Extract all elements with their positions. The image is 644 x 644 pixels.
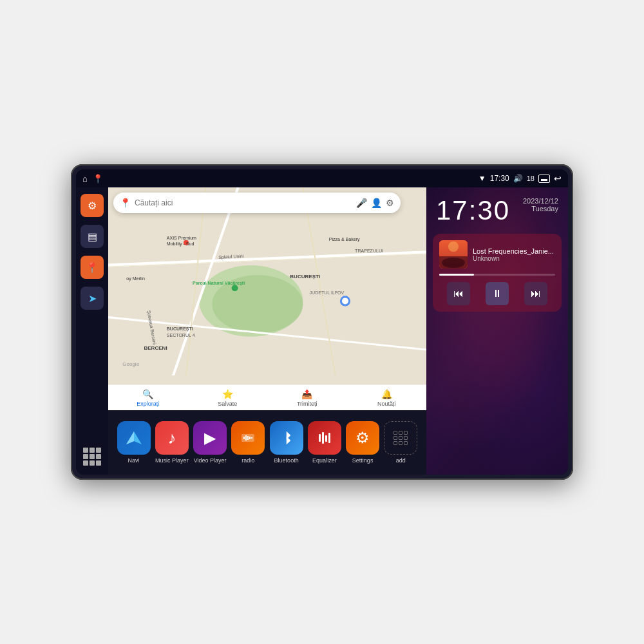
clock-section: 17:30 2023/12/12 Tuesday — [426, 187, 568, 231]
app-bluetooth[interactable]: Bluetooth — [270, 421, 303, 464]
map-news-btn[interactable]: 🔔 Noutăți — [347, 389, 427, 407]
device-outer: ⌂ 📍 ▼ 17:30 🔊 18 ▬ ↩ ⚙ ▤ — [71, 164, 573, 480]
apps-row: Navi ♪ Music Player ▶ Video Pl — [108, 410, 426, 475]
status-left: ⌂ 📍 — [82, 174, 103, 184]
map-search-input[interactable] — [135, 198, 352, 207]
music-progress-bar[interactable] — [439, 274, 555, 276]
right-panel: 17:30 2023/12/12 Tuesday — [426, 187, 568, 475]
clock-status: 17:30 — [490, 174, 509, 183]
next-btn[interactable]: ⏭ — [524, 282, 547, 305]
sidebar-nav-btn[interactable]: ➤ — [80, 287, 104, 310]
files-icon: ▤ — [88, 231, 97, 243]
clock-time: 17:30 — [436, 197, 510, 224]
battery-level: 18 — [527, 175, 535, 182]
app-video-player[interactable]: ▶ Video Player — [193, 421, 227, 464]
maps-status-icon[interactable]: 📍 — [93, 174, 103, 184]
svg-text:AXIS Premium: AXIS Premium — [167, 236, 196, 240]
app-navi[interactable]: Navi — [117, 421, 151, 464]
app-radio[interactable]: radio — [231, 421, 265, 464]
track-info: Lost Frequencies_Janie... Unknown — [473, 247, 555, 262]
map-saved-btn[interactable]: ⭐ Salvate — [188, 389, 268, 407]
next-icon: ⏭ — [531, 288, 541, 299]
app-equalizer[interactable]: Equalizer — [308, 421, 341, 464]
svg-rect-45 — [439, 256, 468, 269]
svg-point-25 — [342, 298, 348, 304]
news-label: Noutăți — [377, 401, 396, 407]
back-icon[interactable]: ↩ — [554, 173, 562, 184]
navi-icon — [117, 421, 151, 455]
settings-label: Settings — [352, 457, 374, 464]
map-container[interactable]: Splaiul Unirii Șoseaua Berceni BUCUREȘTI… — [108, 187, 426, 410]
add-app-icon — [384, 421, 417, 455]
sidebar-maps-btn[interactable]: 📍 — [80, 256, 104, 279]
volume-icon[interactable]: 🔊 — [513, 174, 523, 183]
radio-label: radio — [242, 457, 254, 464]
music-player-widget: Lost Frequencies_Janie... Unknown ⏮ ⏸ — [433, 234, 562, 312]
sidebar-apps-btn[interactable] — [80, 445, 104, 468]
settings-app-icon: ⚙ — [346, 421, 379, 455]
map-pin-icon: 📍 — [86, 261, 99, 274]
more-icon[interactable]: ⚙ — [386, 198, 394, 208]
svg-rect-39 — [325, 435, 327, 442]
device-screen: ⌂ 📍 ▼ 17:30 🔊 18 ▬ ↩ ⚙ ▤ — [76, 169, 568, 475]
send-icon: 📤 — [301, 389, 312, 399]
explore-label: Explorați — [137, 401, 159, 407]
equalizer-label: Equalizer — [312, 457, 337, 464]
svg-text:Pizza & Bakery: Pizza & Bakery — [329, 237, 360, 242]
home-icon[interactable]: ⌂ — [82, 174, 88, 184]
svg-text:SECTORUL 4: SECTORUL 4 — [167, 333, 195, 337]
status-bar: ⌂ 📍 ▼ 17:30 🔊 18 ▬ ↩ — [76, 169, 568, 187]
equalizer-icon — [308, 421, 341, 455]
google-maps-icon: 📍 — [120, 198, 131, 208]
app-music-player[interactable]: ♪ Music Player — [155, 421, 189, 464]
play-pause-btn[interactable]: ⏸ — [486, 282, 509, 305]
svg-text:BUCUREȘTI: BUCUREȘTI — [167, 327, 193, 332]
prev-btn[interactable]: ⏮ — [447, 282, 470, 305]
svg-text:JUDEȚUL ILFOV: JUDEȚUL ILFOV — [310, 290, 345, 296]
status-right: ▼ 17:30 🔊 18 ▬ ↩ — [478, 173, 562, 184]
svg-text:Parcul Natural Văcărești: Parcul Natural Văcărești — [193, 281, 245, 286]
clock-day: Tuesday — [523, 205, 558, 213]
svg-text:Google: Google — [122, 361, 139, 367]
track-artist: Unknown — [473, 255, 555, 262]
map-send-btn[interactable]: 📤 Trimiteți — [267, 389, 347, 407]
main-area: ⚙ ▤ 📍 ➤ — [76, 187, 568, 475]
saved-label: Salvate — [218, 401, 237, 407]
svg-text:BERCENI: BERCENI — [144, 345, 167, 351]
account-icon[interactable]: 👤 — [371, 198, 382, 208]
album-art — [439, 240, 468, 269]
news-icon: 🔔 — [381, 389, 392, 399]
battery-icon: ▬ — [538, 175, 550, 183]
mic-icon[interactable]: 🎤 — [356, 198, 367, 208]
app-settings[interactable]: ⚙ Settings — [346, 421, 379, 464]
play-pause-icon: ⏸ — [492, 288, 502, 299]
svg-text:TRAPEZULUI: TRAPEZULUI — [355, 249, 383, 253]
svg-point-17 — [232, 285, 238, 291]
clock-year: 2023/12/12 — [523, 197, 558, 205]
map-bottom-bar: 🔍 Explorați ⭐ Salvate 📤 Trimiteți 🔔 — [108, 384, 426, 410]
svg-rect-40 — [328, 433, 330, 443]
svg-point-43 — [448, 242, 459, 252]
navi-label: Navi — [128, 457, 140, 464]
wifi-icon: ▼ — [478, 174, 486, 183]
app-add[interactable]: add — [384, 421, 417, 464]
center-content: Splaiul Unirii Șoseaua Berceni BUCUREȘTI… — [108, 187, 426, 475]
svg-marker-28 — [126, 431, 134, 444]
sidebar-settings-btn[interactable]: ⚙ — [80, 194, 104, 217]
sidebar-files-btn[interactable]: ▤ — [80, 225, 104, 248]
settings-icon: ⚙ — [88, 200, 97, 212]
music-controls: ⏮ ⏸ ⏭ — [439, 282, 555, 305]
svg-rect-37 — [319, 434, 321, 442]
saved-icon: ⭐ — [222, 389, 233, 399]
video-player-icon: ▶ — [193, 421, 227, 455]
prev-icon: ⏮ — [453, 288, 464, 299]
map-explore-btn[interactable]: 🔍 Explorați — [108, 389, 188, 407]
video-player-label: Video Player — [194, 457, 227, 464]
bluetooth-label: Bluetooth — [274, 457, 299, 464]
music-info-row: Lost Frequencies_Janie... Unknown — [439, 240, 555, 269]
radio-icon — [231, 421, 265, 455]
music-player-label: Music Player — [155, 457, 189, 464]
track-name: Lost Frequencies_Janie... — [473, 247, 555, 255]
bluetooth-icon — [270, 421, 303, 455]
map-search-bar[interactable]: 📍 🎤 👤 ⚙ — [113, 193, 401, 213]
